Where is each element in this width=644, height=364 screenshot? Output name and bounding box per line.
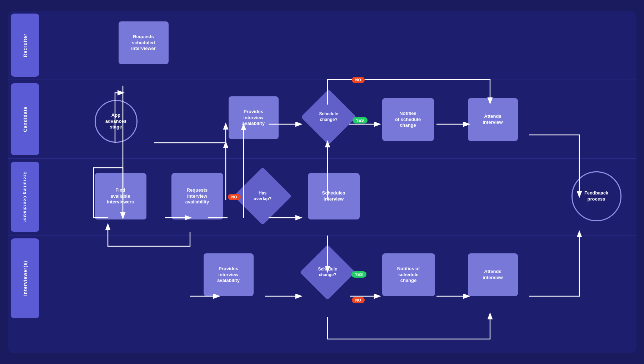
app-advances-node: App advances stage [95,100,138,143]
has-overlap-node: Has overlap? [234,167,292,225]
lane-label-interviewer: Interviewer(s) [11,238,39,318]
requests-interview-avail-node: Requests interview availability [171,173,223,219]
no-badge-interviewer-schedule: NO [352,297,365,303]
lane-content-recruiting-coordinator: Find available interviewers Requests int… [39,159,636,235]
requests-scheduled-node: Requests scheduled interviewer [119,21,169,64]
schedule-change-candidate-node: Schedule change? [301,89,356,145]
feedback-process-node: Feedbaack process [571,171,621,221]
diagram-container: Recruiter Requests scheduled interviewer… [8,11,636,353]
schedules-interview-node: Schedules interview [308,173,360,219]
yes-badge-candidate: YES [353,117,368,123]
lane-content-recruiter: Requests scheduled interviewer [39,11,636,80]
lane-recruiter: Recruiter Requests scheduled interviewer [8,11,636,80]
lane-interviewer: Interviewer(s) Provides interview avalab… [8,236,636,321]
attends-interview-candidate-node: Attends interview [468,98,518,141]
yes-badge-interviewer: YES [351,271,366,278]
lane-label-candidate: Candidate [11,83,39,155]
provides-avail-interviewer-node: Provides interview avalability [204,253,254,296]
lane-recruiting-coordinator: Recruiting Coordinator Find available in… [8,159,636,236]
no-badge-overlap: NO [228,194,241,200]
lane-content-interviewer: Provides interview avalability Schedule … [39,236,636,321]
notifies-schedule-candidate-node: Notifies of schedule change [382,98,434,141]
lane-content-candidate: App advances stage Provides interview av… [39,80,636,158]
lane-label-recruiter: Recruiter [11,14,39,77]
lane-candidate: Candidate App advances stage Provides in… [8,80,636,159]
notifies-schedule-interviewer-node: Notifies of schedule change [382,253,435,296]
no-badge-candidate: NO [352,77,365,83]
provides-avail-candidate-node: Provides interview avalability [229,96,279,139]
find-available-node: Find available interviewers [95,173,146,219]
lane-label-recruiting-coordinator: Recruiting Coordinator [11,162,39,232]
attends-interview-interviewer-node: Attends interview [468,253,518,296]
schedule-change-interviewer-node: Schedule change? [300,244,355,300]
